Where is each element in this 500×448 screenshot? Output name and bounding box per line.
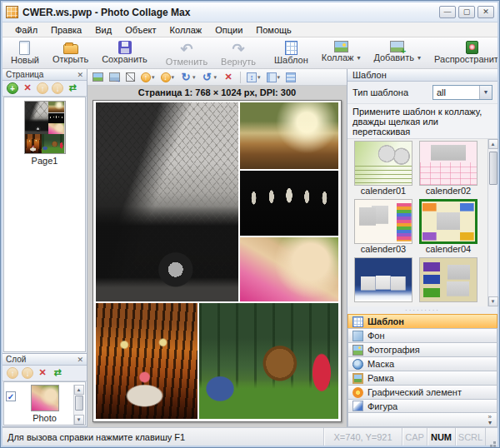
layer-down-button[interactable]: ↓▾ xyxy=(158,70,178,84)
chevron-down-icon[interactable]: ▾ xyxy=(172,74,175,81)
template-label: calender04 xyxy=(426,244,471,255)
rotate-cw-button[interactable]: ▾ xyxy=(178,70,198,84)
menu-item-4[interactable]: Объект xyxy=(119,24,162,36)
scroll-up-icon[interactable]: ▲ xyxy=(74,385,84,395)
scroll-down-icon[interactable]: ▼ xyxy=(488,296,498,306)
menu-item-6[interactable]: Опции xyxy=(209,24,248,36)
move-down-icon xyxy=(22,367,33,379)
toolbar-add-photo-button[interactable]: Добавить▾ xyxy=(367,38,428,67)
photo-car[interactable] xyxy=(96,102,238,301)
fit-size-icon xyxy=(247,72,257,82)
toolbar-open-folder-button[interactable]: Открыть xyxy=(46,38,95,67)
refresh-icon[interactable] xyxy=(67,82,78,94)
menu-item-5[interactable]: Коллаж xyxy=(164,24,208,36)
close-icon[interactable]: ✕ xyxy=(77,356,83,364)
page-thumbnail[interactable] xyxy=(24,101,66,154)
tab-mask[interactable]: Маска xyxy=(348,356,498,371)
layer-up-button[interactable]: ↑▾ xyxy=(138,70,158,84)
page-label: Page1 xyxy=(32,156,58,166)
photo-blonde-woman[interactable] xyxy=(240,237,338,301)
menu-item-3[interactable]: Вид xyxy=(89,24,118,36)
chevron-down-icon[interactable]: ▾ xyxy=(418,54,421,62)
template-label: calender03 xyxy=(361,244,406,255)
toolbar-share-button[interactable]: Распространить▾ xyxy=(428,38,498,67)
toolbar-new-document-button[interactable]: Новый xyxy=(4,38,46,67)
scroll-thumb[interactable] xyxy=(489,152,498,185)
menu-item-1[interactable]: Файл xyxy=(9,24,43,36)
mask-icon xyxy=(352,359,363,370)
delete-layer-icon[interactable] xyxy=(37,367,48,379)
chevron-down-icon[interactable]: ▾ xyxy=(152,74,155,81)
layer-item[interactable]: ✓ Photo ▲ ▼ xyxy=(4,382,85,425)
canvas-column: ↑▾↓▾▾▾▾▾ Страница 1: 768 × 1024 px, DPI:… xyxy=(88,69,348,427)
template-scrollbar[interactable]: ▲ ▼ xyxy=(488,139,498,306)
chevron-down-icon[interactable]: ▾ xyxy=(214,74,218,81)
layers-scrollbar[interactable]: ▲ ▼ xyxy=(73,385,83,425)
photo-bear-cartoon[interactable] xyxy=(199,303,338,419)
resize-grip[interactable] xyxy=(486,428,498,446)
chevron-down-icon[interactable]: ▾ xyxy=(192,74,196,81)
template-item-5[interactable] xyxy=(351,257,416,306)
menu-item-2[interactable]: Правка xyxy=(45,24,88,36)
tabs-overflow-button[interactable]: » ▾ xyxy=(348,413,498,427)
tab-clipart[interactable]: Графический элемент xyxy=(348,385,498,399)
delete-page-icon[interactable] xyxy=(22,82,33,94)
toolbar-template-button[interactable]: Шаблон xyxy=(268,38,315,67)
crop-button[interactable] xyxy=(123,70,138,84)
export-photo-button[interactable] xyxy=(107,70,122,84)
close-icon[interactable]: ✕ xyxy=(77,71,83,79)
tab-label: Маска xyxy=(368,359,394,369)
layer-thumbnail[interactable] xyxy=(31,385,59,411)
scroll-thumb[interactable] xyxy=(75,396,83,411)
toolbar-button-label: Шаблон xyxy=(274,55,308,65)
panel-splitter[interactable]: ········· xyxy=(348,306,498,314)
collage-page[interactable] xyxy=(92,100,342,422)
tab-shape[interactable]: Фигура xyxy=(348,399,498,413)
page-caption: Страница 1: 768 × 1024 px, DPI: 300 xyxy=(88,86,347,99)
toolbar-collage-button[interactable]: Коллаж▾ xyxy=(315,38,368,67)
menu-item-7[interactable]: Помощь xyxy=(250,24,298,36)
refresh-icon[interactable] xyxy=(52,367,63,379)
new-document-icon xyxy=(19,41,30,55)
photo-woman-log[interactable] xyxy=(240,102,338,169)
delete-button[interactable] xyxy=(220,70,237,84)
tab-photo[interactable]: Фотография xyxy=(348,342,498,356)
tab-frame[interactable]: Рамка xyxy=(348,371,498,385)
photo-masked-figures[interactable] xyxy=(240,171,338,235)
chevron-down-icon[interactable]: ▾ xyxy=(258,74,261,81)
tab-background[interactable]: Фон xyxy=(348,328,498,342)
distribute-button[interactable] xyxy=(283,70,298,84)
swap-photo-button[interactable] xyxy=(90,70,106,84)
maximize-button[interactable]: ▢ xyxy=(458,6,475,18)
save-icon xyxy=(118,41,132,54)
tab-template[interactable]: Шаблон xyxy=(348,314,498,328)
close-button[interactable]: ✕ xyxy=(478,6,494,18)
chevron-down-icon[interactable]: ▼ xyxy=(479,86,492,99)
chevron-down-icon[interactable]: ▾ xyxy=(357,54,360,62)
toolbar-save-button[interactable]: Сохранить xyxy=(95,38,154,67)
template-item-4[interactable]: calender04 xyxy=(416,199,481,255)
template-item-1[interactable]: calender01 xyxy=(351,141,416,197)
align-button[interactable]: ▾ xyxy=(264,70,283,84)
distribute-icon xyxy=(286,72,296,82)
minimize-button[interactable]: — xyxy=(439,6,456,18)
fit-size-button[interactable]: ▾ xyxy=(244,70,263,84)
pages-panel-title: Страница xyxy=(6,70,77,79)
open-folder-icon xyxy=(63,44,78,54)
canvas-area: Страница 1: 768 × 1024 px, DPI: 300 xyxy=(88,86,347,427)
photo-tiger[interactable] xyxy=(96,303,198,419)
rotate-ccw-button[interactable]: ▾ xyxy=(199,70,220,84)
add-page-icon[interactable] xyxy=(7,82,18,94)
tab-label: Фотография xyxy=(368,345,420,355)
page-item[interactable]: Page1 xyxy=(4,97,85,166)
template-item-6[interactable] xyxy=(416,257,481,306)
chevron-down-icon[interactable]: ▾ xyxy=(278,74,281,81)
layer-visibility-checkbox[interactable]: ✓ xyxy=(6,391,16,401)
photo-tiger xyxy=(25,134,42,152)
toolbar-redo-button: Вернуть xyxy=(214,38,262,67)
template-item-3[interactable]: calender03 xyxy=(351,199,416,255)
scroll-down-icon[interactable]: ▼ xyxy=(74,415,84,425)
template-type-select[interactable]: all ▼ xyxy=(432,85,492,100)
template-item-2[interactable]: calender02 xyxy=(416,141,481,197)
scroll-up-icon[interactable]: ▲ xyxy=(488,139,498,149)
